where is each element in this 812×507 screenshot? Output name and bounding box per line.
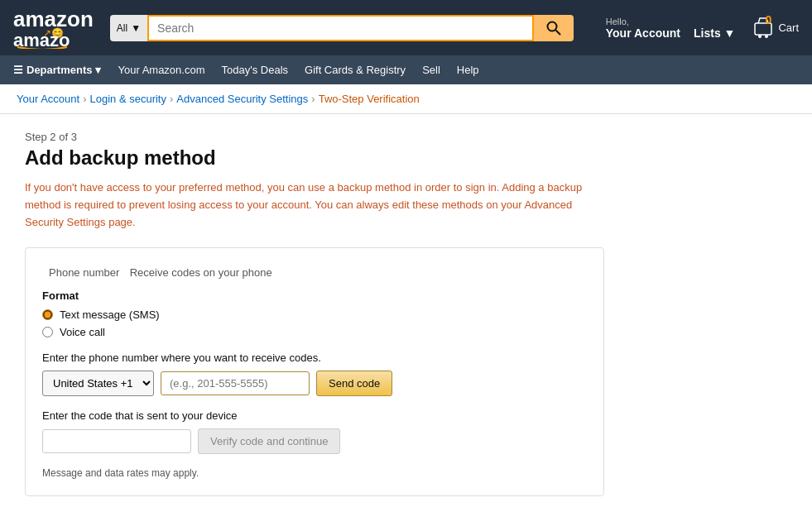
nav-gift-cards[interactable]: Gift Cards & Registry xyxy=(305,60,406,79)
hamburger-icon: ☰ xyxy=(13,64,23,76)
search-category-label: All xyxy=(117,22,127,34)
breadcrumb-sep-1: › xyxy=(83,93,86,105)
main-content: Step 2 of 3 Add backup method If you don… xyxy=(0,114,745,507)
card-header: Phone number Receive codes on your phone xyxy=(42,265,587,280)
enter-phone-label: Enter the phone number where you want to… xyxy=(42,352,587,364)
search-icon xyxy=(545,20,562,36)
svg-point-5 xyxy=(765,35,768,38)
phone-input[interactable] xyxy=(161,371,310,395)
nav-departments[interactable]: ☰ Departments ▾ xyxy=(13,60,101,79)
verify-button[interactable]: Verify code and continue xyxy=(198,428,340,454)
header-right: Hello, Your Account Lists ▼ 0 Cart xyxy=(606,12,799,44)
page-title: Add backup method xyxy=(25,146,720,170)
header: amazon ↗😊 amazon All ▼ Hello, Your Accou… xyxy=(0,0,812,55)
country-select[interactable]: United States +1 xyxy=(42,371,154,396)
disclaimer: Message and data rates may apply. xyxy=(42,467,587,479)
lists-label: Lists ▼ xyxy=(694,26,735,40)
search-category-dropdown[interactable]: All ▼ xyxy=(110,15,147,41)
nav-todays-deals[interactable]: Today's Deals xyxy=(222,60,289,79)
account-label: Your Account xyxy=(606,26,680,40)
your-account-nav[interactable]: Hello, Your Account xyxy=(606,17,680,40)
enter-code-label: Enter the code that is sent to your devi… xyxy=(42,409,587,422)
nav-your-amazon[interactable]: Your Amazon.com xyxy=(118,60,204,79)
breadcrumb-two-step: Two-Step Verification xyxy=(319,93,420,105)
send-code-button[interactable]: Send code xyxy=(316,371,392,396)
navbar: ☰ Departments ▾ Your Amazon.com Today's … xyxy=(0,55,812,84)
nav-help[interactable]: Help xyxy=(457,60,479,79)
svg-line-2 xyxy=(555,30,560,35)
search-bar: All ▼ xyxy=(110,15,574,41)
breadcrumb-your-account[interactable]: Your Account xyxy=(17,93,79,105)
cart-icon xyxy=(748,12,778,41)
phone-card: Phone number Receive codes on your phone… xyxy=(25,247,604,496)
step-label: Step 2 of 3 xyxy=(25,131,720,143)
cart-icon-wrap: 0 xyxy=(748,12,778,44)
radio-voice[interactable]: Voice call xyxy=(42,326,587,338)
radio-voice-label: Voice call xyxy=(60,326,105,338)
cart-nav[interactable]: 0 Cart xyxy=(748,12,799,44)
lists-nav[interactable]: Lists ▼ xyxy=(694,17,735,40)
radio-sms[interactable]: Text message (SMS) xyxy=(42,309,587,321)
code-row: Verify code and continue xyxy=(42,428,587,454)
phone-number-desc: Receive codes on your phone xyxy=(130,266,272,279)
radio-voice-input[interactable] xyxy=(42,327,53,337)
search-input[interactable] xyxy=(147,15,534,41)
chevron-down-icon: ▼ xyxy=(131,22,141,34)
svg-point-1 xyxy=(547,22,556,31)
breadcrumb-login-security[interactable]: Login & security xyxy=(89,93,166,105)
amazon-logo-svg: amazon xyxy=(13,36,71,49)
phone-row: United States +1 Send code xyxy=(42,371,587,396)
svg-point-4 xyxy=(758,35,762,38)
description: If you don't have access to your preferr… xyxy=(25,179,604,231)
svg-text:amazon: amazon xyxy=(13,36,71,49)
code-input[interactable] xyxy=(42,429,191,453)
format-radio-group: Text message (SMS) Voice call xyxy=(42,309,587,338)
breadcrumb: Your Account › Login & security › Advanc… xyxy=(0,84,812,114)
search-button[interactable] xyxy=(534,15,574,41)
cart-label: Cart xyxy=(778,22,799,34)
logo[interactable]: amazon ↗😊 amazon xyxy=(13,7,94,49)
phone-number-label: Phone number xyxy=(49,266,119,279)
format-label: Format xyxy=(42,289,587,302)
lists-small xyxy=(694,17,735,26)
radio-sms-label: Text message (SMS) xyxy=(60,309,160,321)
breadcrumb-sep-2: › xyxy=(170,93,173,105)
breadcrumb-advanced-security[interactable]: Advanced Security Settings xyxy=(176,93,308,105)
hello-label: Hello, xyxy=(606,17,680,26)
breadcrumb-sep-3: › xyxy=(311,93,315,105)
radio-sms-input[interactable] xyxy=(42,309,53,320)
nav-sell[interactable]: Sell xyxy=(422,60,440,79)
cart-count: 0 xyxy=(765,13,771,26)
